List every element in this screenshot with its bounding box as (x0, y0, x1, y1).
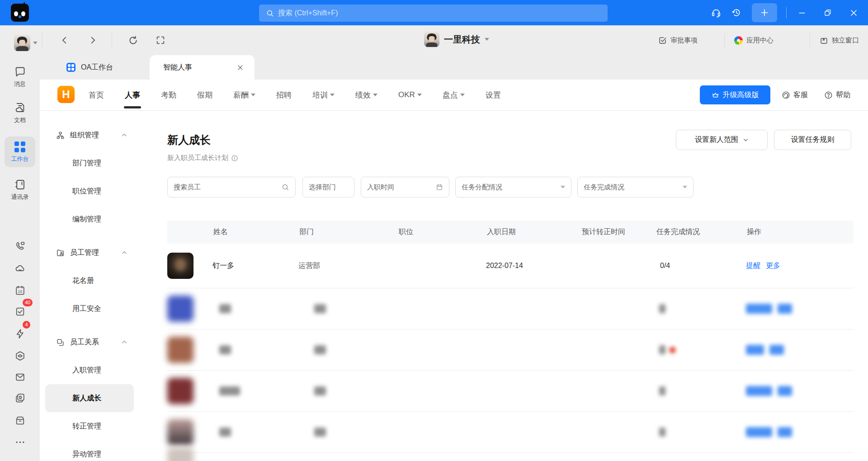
nav-item-hr[interactable]: 人事 (125, 80, 140, 110)
nav-item-home[interactable]: 首页 (89, 80, 104, 110)
todo-icon[interactable]: 40 (12, 303, 28, 320)
row-avatar-blurred (167, 337, 193, 363)
close-button[interactable] (844, 0, 863, 25)
upgrade-label: 升级高级版 (723, 90, 759, 100)
sidebar-item-headcount-mgmt[interactable]: 编制管理 (40, 205, 137, 233)
flash-icon[interactable]: 4 (12, 325, 28, 342)
select-department-filter[interactable]: 选择部门 (302, 177, 354, 198)
table-row[interactable]: 钉一多 运营部 2022-07-14 0/4 提醒 更多 (167, 244, 854, 288)
chevron-up-icon (121, 132, 127, 138)
search-employee-placeholder: 搜索员工 (174, 183, 201, 192)
rail-item-workbench[interactable]: 工作台 (0, 141, 40, 163)
nav-forward-button[interactable] (87, 34, 99, 46)
set-newcomer-scope-button[interactable]: 设置新人范围 (676, 130, 768, 150)
app-center-icon (734, 36, 743, 45)
rail-item-docs[interactable]: 文档 (0, 102, 40, 124)
sidebar-item-roster[interactable]: 花名册 (40, 267, 137, 295)
org-switcher[interactable]: 一里科技 (424, 32, 489, 47)
chevron-up-icon (121, 339, 127, 345)
nav-item-okr[interactable]: OKR (398, 80, 422, 110)
col-confirm-date: 预计转正时间 (581, 227, 656, 237)
blurred-dept (314, 345, 326, 354)
standalone-window-link[interactable]: 独立窗口 (820, 25, 859, 55)
hr-app-logo: H (57, 86, 75, 103)
table-row-blurred[interactable] (167, 329, 854, 371)
nav-item-inventory[interactable]: 盘点 (443, 80, 465, 110)
help-link[interactable]: 帮助 (824, 80, 850, 110)
minimize-button[interactable] (792, 0, 812, 25)
chevron-down-icon (683, 186, 687, 188)
nav-item-attendance[interactable]: 考勤 (161, 80, 176, 110)
tab-strip: OA工作台 智能人事 (0, 55, 868, 80)
header-divider (112, 33, 112, 47)
nav-back-button[interactable] (59, 34, 71, 46)
nav-item-salary[interactable]: 薪酬 (233, 80, 255, 110)
restore-button[interactable] (818, 0, 838, 25)
user-avatar[interactable] (14, 35, 30, 51)
remind-link[interactable]: 提醒 (746, 261, 760, 271)
nav-item-settings[interactable]: 设置 (486, 80, 501, 110)
tab-close-icon[interactable] (237, 64, 244, 71)
headset-icon[interactable] (706, 0, 726, 25)
task-completion-select[interactable]: 任务完成情况 (577, 177, 693, 198)
nav-item-training[interactable]: 培训 (312, 80, 335, 110)
sidebar-item-employment-safety[interactable]: 用工安全 (40, 295, 137, 323)
sidebar-item-newcomer-growth[interactable]: 新人成长 (45, 384, 134, 412)
table-row-blurred[interactable] (167, 288, 854, 329)
set-task-rules-button[interactable]: 设置任务规则 (774, 130, 851, 150)
employee-hire-date: 2022-07-14 (486, 262, 581, 270)
mail-icon[interactable] (12, 369, 28, 385)
sidebar-section-employee-relations[interactable]: 员工关系 (40, 328, 137, 356)
blurred-action (746, 304, 772, 314)
table-row-blurred[interactable] (167, 371, 854, 412)
dropdown-arrow-icon (417, 94, 422, 96)
upgrade-button[interactable]: 升级高级版 (700, 85, 770, 104)
rail-item-contacts[interactable]: 通讯录 (0, 179, 40, 201)
cloud-disk-icon[interactable] (12, 260, 28, 276)
new-window-button[interactable] (752, 3, 777, 22)
sidebar-item-transfer-mgmt[interactable]: 异动管理 (40, 440, 137, 461)
approvals-link[interactable]: 审批事项 (658, 25, 698, 55)
history-icon[interactable] (726, 0, 746, 25)
capture-button[interactable] (155, 34, 166, 46)
table-row-blurred[interactable] (167, 412, 854, 453)
sidebar-item-dept-mgmt[interactable]: 部门管理 (40, 149, 137, 177)
customer-service-link[interactable]: 客服 (782, 80, 808, 110)
app-center-link[interactable]: 应用中心 (734, 25, 774, 55)
hire-date-filter[interactable]: 入职时间 (361, 177, 449, 198)
question-circle-icon (824, 91, 833, 99)
more-icon[interactable] (12, 434, 28, 450)
user-menu-caret-icon[interactable] (33, 42, 38, 44)
nav-item-recruit[interactable]: 招聘 (276, 80, 292, 110)
video-call-icon[interactable] (12, 238, 28, 254)
chevron-down-icon (743, 137, 749, 143)
archive-box-icon[interactable] (12, 412, 28, 428)
global-search-input[interactable] (278, 9, 608, 17)
sidebar-section-employee-mgmt[interactable]: 员工管理 (40, 239, 137, 267)
blurred-dept (314, 386, 326, 395)
red-dot (669, 347, 676, 353)
calendar-icon[interactable]: 15 (12, 282, 28, 298)
org-avatar (424, 32, 439, 47)
sidebar-section-org[interactable]: 组织管理 (40, 121, 137, 149)
tab-oa-workbench[interactable]: OA工作台 (58, 55, 121, 80)
employee-avatar (167, 253, 193, 279)
window-titlebar (0, 0, 868, 25)
apps-cube-icon[interactable] (12, 348, 28, 364)
rail-item-messages[interactable]: 消息 (0, 66, 40, 88)
info-icon[interactable] (231, 155, 238, 162)
global-search-box[interactable] (259, 5, 608, 22)
table-row-blurred[interactable] (167, 453, 854, 461)
ding-doc-icon[interactable] (12, 390, 28, 406)
nav-item-leave[interactable]: 假期 (197, 80, 212, 110)
sidebar-item-position-mgmt[interactable]: 职位管理 (40, 177, 137, 205)
row-avatar-blurred (167, 296, 193, 322)
more-link[interactable]: 更多 (766, 261, 780, 271)
refresh-button[interactable] (127, 34, 139, 46)
search-employee-input[interactable]: 搜索员工 (167, 177, 296, 198)
tab-smart-hr[interactable]: 智能人事 (150, 55, 255, 80)
sidebar-item-onboarding-mgmt[interactable]: 入职管理 (40, 356, 137, 384)
nav-item-performance[interactable]: 绩效 (355, 80, 377, 110)
sidebar-item-confirmation-mgmt[interactable]: 转正管理 (40, 412, 137, 440)
task-assignment-select[interactable]: 任务分配情况 (455, 177, 571, 198)
